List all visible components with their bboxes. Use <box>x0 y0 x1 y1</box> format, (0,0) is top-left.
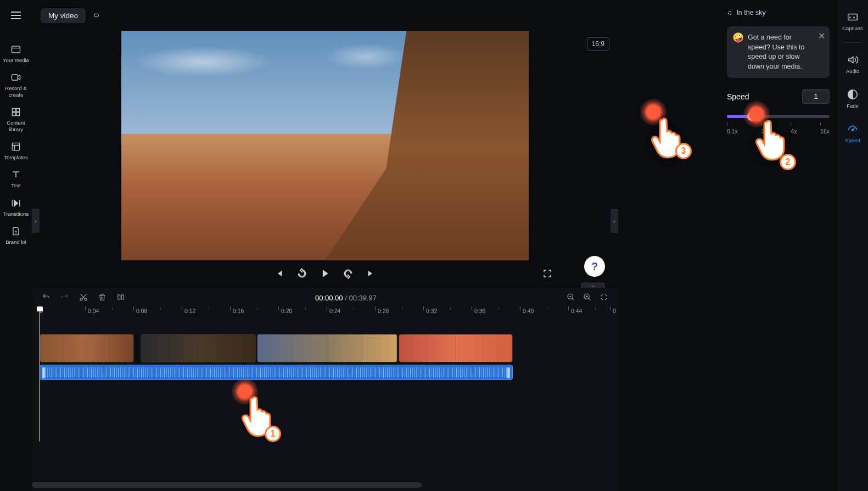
transitions-icon <box>10 198 21 209</box>
brand-icon <box>10 226 21 237</box>
fade-icon <box>847 88 859 101</box>
ruler-tick: 0:08 <box>136 308 147 314</box>
svg-point-15 <box>852 129 854 131</box>
ruler-tick: 0:44 <box>571 308 582 314</box>
nav-label: Brand kit <box>5 239 26 245</box>
time-display: 00:00.00 / 00:39.97 <box>135 294 557 302</box>
tick-label: 16x <box>820 128 830 135</box>
delete-button[interactable] <box>98 293 107 303</box>
audio-clip[interactable] <box>40 365 513 380</box>
split-button[interactable] <box>116 293 125 303</box>
svg-point-7 <box>80 298 82 300</box>
speed-input[interactable] <box>802 89 830 104</box>
nav-your-media[interactable]: Your media <box>0 40 32 68</box>
ruler-tick: 0:36 <box>474 308 485 314</box>
sync-icon[interactable] <box>92 11 101 20</box>
time-total: 00:39.97 <box>349 294 377 302</box>
ruler-tick: 0 <box>613 308 616 314</box>
expand-right-tab[interactable]: › <box>611 209 618 233</box>
skip-forward-button[interactable] <box>366 269 376 278</box>
ruler-tick: 0:32 <box>426 308 437 314</box>
forward-button[interactable] <box>343 268 354 279</box>
svg-rect-2 <box>12 109 15 112</box>
project-title[interactable]: My video <box>41 8 86 23</box>
fullscreen-button[interactable] <box>542 269 552 280</box>
clip-handle-right[interactable] <box>507 367 510 378</box>
nav-label: Transitions <box>3 211 29 217</box>
help-button[interactable]: ? <box>584 256 605 277</box>
redo-button[interactable] <box>60 293 69 303</box>
nav-label: Templates <box>4 154 27 160</box>
undo-button[interactable] <box>42 293 51 303</box>
record-icon <box>10 72 21 83</box>
close-button[interactable]: ✕ <box>818 31 825 41</box>
text-icon <box>10 169 21 180</box>
rnav-speed[interactable]: Speed <box>837 120 868 147</box>
video-clip[interactable] <box>40 334 134 362</box>
ruler-tick: 0:12 <box>184 308 195 314</box>
rnav-label: Speed <box>845 137 860 143</box>
rnav-captions[interactable]: Captions <box>837 8 868 35</box>
play-button[interactable] <box>320 268 331 279</box>
cut-button[interactable] <box>79 293 88 303</box>
templates-icon <box>10 141 21 152</box>
annotation-badge: 3 <box>675 143 692 159</box>
rnav-audio[interactable]: Audio <box>837 51 868 77</box>
ruler-tick: 0:20 <box>281 308 292 314</box>
tick-label: 4x <box>791 128 797 135</box>
svg-rect-0 <box>12 46 20 53</box>
nav-templates[interactable]: Templates <box>0 137 32 165</box>
rnav-label: Audio <box>846 68 859 74</box>
rnav-label: Captions <box>842 25 863 31</box>
zoom-in-button[interactable] <box>583 293 592 303</box>
video-track[interactable] <box>40 334 611 362</box>
clip-handle-left[interactable] <box>42 367 45 378</box>
svg-rect-4 <box>12 113 15 116</box>
playhead[interactable] <box>40 310 40 442</box>
video-preview[interactable] <box>121 31 529 260</box>
rewind-button[interactable] <box>296 268 307 279</box>
expand-left-tab[interactable]: › <box>32 209 40 233</box>
music-icon: ♫ <box>727 9 732 16</box>
ruler-tick: 0:28 <box>378 308 389 314</box>
video-clip[interactable] <box>141 334 256 362</box>
zoom-out-button[interactable] <box>567 293 575 303</box>
media-icon <box>10 44 21 55</box>
timeline-scrollbar[interactable] <box>32 482 422 488</box>
skip-back-button[interactable] <box>275 269 284 278</box>
ruler-tick: 0:16 <box>233 308 244 314</box>
nav-label: Content library <box>0 120 32 132</box>
svg-point-8 <box>85 298 87 300</box>
nav-content-library[interactable]: Content library <box>0 102 32 137</box>
video-clip[interactable] <box>399 334 513 362</box>
svg-rect-6 <box>12 143 19 150</box>
video-clip[interactable] <box>257 334 397 362</box>
nav-transitions[interactable]: Transitions <box>0 193 32 221</box>
audio-title-text: In the sky <box>736 9 766 16</box>
ruler-tick: 0:04 <box>88 308 99 314</box>
nav-brand-kit[interactable]: Brand kit <box>0 221 32 249</box>
nav-record-create[interactable]: Record & create <box>0 68 32 102</box>
speed-slider[interactable] <box>727 115 830 118</box>
time-current: 00:00.00 <box>315 294 343 302</box>
tick-label: 0.1x <box>727 128 738 135</box>
timeline-ruler[interactable]: 0 0:04 0:08 0:12 0:16 0:20 0:24 0:28 0:3… <box>40 308 618 321</box>
nav-label: Text <box>11 182 20 188</box>
zoom-fit-button[interactable] <box>600 293 608 303</box>
library-icon <box>10 107 21 118</box>
emoji-icon: 🤪 <box>732 32 744 43</box>
speed-ticks: 0.1x 2x 4x 16x <box>727 128 830 135</box>
slider-thumb[interactable] <box>747 112 756 121</box>
svg-rect-9 <box>118 295 120 299</box>
aspect-ratio-badge[interactable]: 16:9 <box>587 37 609 51</box>
tick-label: 2x <box>761 128 768 135</box>
captions-icon <box>847 11 859 23</box>
nav-text[interactable]: Text <box>0 165 32 193</box>
rnav-label: Fade <box>847 103 859 109</box>
audio-title-chip[interactable]: ♫ In the sky <box>727 7 830 19</box>
nav-label: Your media <box>3 57 29 63</box>
audio-icon <box>847 54 859 66</box>
speed-tooltip: 🤪 Got a need for speed? Use this to spee… <box>727 26 830 78</box>
hamburger-menu[interactable] <box>7 7 25 24</box>
rnav-fade[interactable]: Fade <box>837 85 868 112</box>
